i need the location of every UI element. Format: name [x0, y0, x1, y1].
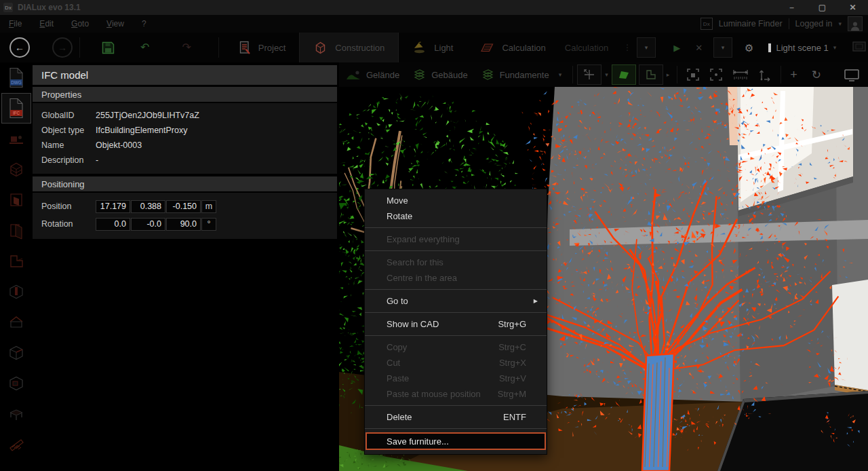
menu-file[interactable]: File [0, 19, 31, 29]
save-icon[interactable] [102, 41, 115, 54]
minimize-button[interactable]: – [776, 0, 807, 15]
sidebar-item-table[interactable] [1, 398, 31, 429]
sidebar-item-open-door[interactable] [1, 215, 31, 246]
redo-icon[interactable]: ↷ [182, 42, 191, 53]
menu-goto[interactable]: Goto [62, 19, 98, 29]
tab-project[interactable]: Project [226, 33, 299, 62]
terrain-button[interactable]: Gelände [339, 69, 406, 81]
position-label: Position [33, 202, 96, 211]
close-button[interactable]: ✕ [837, 0, 868, 15]
luminaire-finder-link[interactable]: Luminaire Finder [719, 19, 783, 29]
results-dropdown-button[interactable]: ▾ [713, 37, 732, 58]
draw-lshape-button[interactable] [639, 64, 663, 85]
sidebar-item-cube[interactable] [1, 337, 31, 368]
calculation-dropdown-button[interactable]: ▾ [637, 37, 656, 58]
sidebar-item-furniture[interactable] [1, 124, 31, 154]
main-toolbar: ← → ↶ ↷ Project Construction Light Calcu… [0, 33, 868, 62]
divider [789, 18, 789, 29]
display-icon[interactable] [844, 69, 860, 81]
undo-icon[interactable]: ↶ [140, 42, 149, 53]
foundations-icon [481, 69, 494, 81]
tab-light[interactable]: Light [399, 33, 467, 62]
sidebar-item-cube-column[interactable] [1, 276, 31, 307]
light-scene-icon [768, 43, 771, 52]
menu-view[interactable]: View [98, 19, 133, 29]
chevron-down-icon[interactable]: ▾ [605, 71, 608, 78]
context-menu-item-centre-in-the-area: Centre in the area [365, 270, 547, 286]
properties-section-header[interactable]: Properties [33, 87, 337, 102]
menu-separator [365, 227, 547, 228]
foundations-button[interactable]: Fundamente ▾ [475, 69, 569, 81]
context-menu-item-move[interactable]: Move [365, 193, 547, 208]
sidebar-item-roof[interactable] [1, 307, 31, 337]
sidebar-item-storey-cube[interactable] [1, 154, 31, 185]
rotation-unit: ° [201, 218, 216, 231]
window-title: DIALux evo 13.1 [18, 3, 81, 12]
chevron-down-icon[interactable]: ▾ [559, 71, 562, 78]
rotate-view-icon[interactable]: ↻ [812, 69, 821, 81]
cancel-calculation-icon[interactable]: ✕ [695, 43, 703, 52]
reference-point-button[interactable] [577, 64, 601, 85]
calculation-dropdown-label: Calculation [565, 43, 608, 53]
sidebar-item-door-panel[interactable] [1, 185, 31, 215]
select-point-icon[interactable] [709, 68, 723, 81]
shortcut-label: Strg+M [498, 389, 547, 399]
menubar-right: Dx Luminaire Finder Logged in ▾ [701, 16, 868, 31]
start-calculation-icon[interactable]: ▶ [673, 43, 680, 52]
chevron-right-icon[interactable]: ▸ [667, 71, 670, 78]
globalid-value: 255JTjOen2JOb9LIHTv7aZ [96, 111, 199, 120]
menu-bar: File Edit Goto View ? Dx Luminaire Finde… [0, 15, 868, 33]
draw-polygon-button[interactable] [612, 64, 636, 85]
positioning-section-header[interactable]: Positioning [33, 176, 337, 191]
menu-help[interactable]: ? [133, 19, 155, 29]
position-z-input[interactable]: -0.150 [166, 200, 201, 213]
tab-construction-label: Construction [335, 43, 384, 53]
light-scene-selector[interactable]: Light scene 1 ▾ [768, 43, 836, 53]
sidebar-item-l-shape-floor[interactable] [1, 246, 31, 276]
sidebar-item-ramp-hatch[interactable] [1, 429, 31, 459]
sidebar-item-ifc-file[interactable]: IFC [1, 93, 31, 124]
building-button[interactable]: Gebäude [406, 69, 475, 81]
logged-in-menu[interactable]: Logged in [795, 19, 833, 29]
position-y-input[interactable]: 0.388 [131, 200, 165, 213]
context-menu-item-go-to[interactable]: Go to ▶ [365, 293, 547, 309]
divider [677, 66, 677, 83]
dialux-box-icon: Dx [701, 18, 713, 30]
context-menu-item-show-in-cad[interactable]: Show in CAD Strg+G [365, 316, 547, 332]
rotation-z-input[interactable]: 90.0 [166, 218, 201, 231]
display-mode-icon[interactable] [851, 40, 867, 55]
settings-gear-icon[interactable]: ⚙ [745, 43, 753, 53]
position-x-input[interactable]: 17.179 [96, 200, 130, 213]
forward-button[interactable]: → [52, 37, 73, 58]
context-menu-item-copy: Copy Strg+C [365, 339, 547, 355]
construction-icon [313, 41, 328, 55]
menu-edit[interactable]: Edit [31, 19, 62, 29]
property-row-name: Name Objekt-0003 [33, 138, 337, 153]
sidebar-item-dwg-file[interactable]: DWG [1, 62, 31, 93]
rotation-x-input[interactable]: 0.0 [96, 218, 130, 231]
user-avatar[interactable] [848, 16, 863, 31]
context-menu-item-rotate[interactable]: Rotate [365, 208, 547, 224]
menu-separator [365, 405, 547, 406]
app-logo-icon: Dx [3, 3, 13, 12]
rotation-y-input[interactable]: -0.0 [131, 218, 165, 231]
position-unit: m [201, 200, 216, 213]
context-menu-item-save-furniture[interactable]: Save furniture... [366, 432, 546, 450]
tab-construction[interactable]: Construction [299, 33, 399, 62]
title-bar: Dx DIALux evo 13.1 – ▢ ✕ [0, 0, 868, 15]
property-row-object-type: Object type IfcBuildingElementProxy [33, 123, 337, 138]
measure-icon[interactable] [732, 69, 749, 81]
menu-separator [365, 428, 547, 429]
back-button[interactable]: ← [9, 37, 30, 58]
add-icon[interactable]: + [790, 69, 797, 81]
move-vertical-icon[interactable] [758, 68, 772, 81]
tab-calculation-label: Calculation [502, 43, 545, 53]
select-area-icon[interactable] [686, 68, 700, 81]
chevron-down-icon[interactable]: ▾ [838, 20, 842, 27]
sidebar-item-cube-opening[interactable] [1, 368, 31, 398]
menu-separator [365, 335, 547, 336]
menu-separator [365, 289, 547, 290]
context-menu-item-delete[interactable]: Delete ENTF [365, 409, 547, 425]
maximize-button[interactable]: ▢ [807, 0, 837, 15]
tab-calculation[interactable]: Calculation [467, 33, 559, 62]
